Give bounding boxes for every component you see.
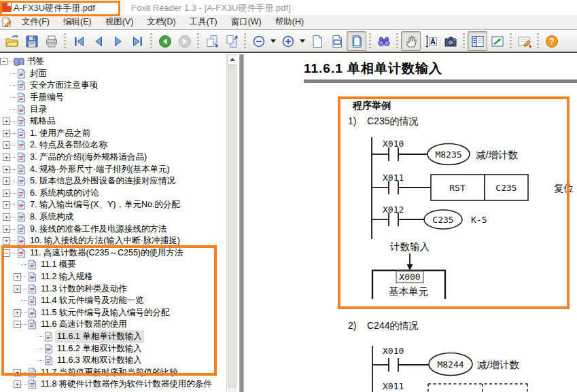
zoom-out-dropdown[interactable] [268,32,278,50]
expand-icon[interactable]: + [14,273,21,281]
first-page-button[interactable] [69,31,88,51]
bookmark-item[interactable]: +8. 系统构成 [0,211,226,224]
go-forward-button[interactable] [175,31,194,51]
bookmark-item[interactable]: +11.5 软元件编号及输入编号的分配 [0,306,226,319]
bookmark-label[interactable]: 11.1 概要 [39,258,78,271]
collapse-icon[interactable]: − [14,321,21,328]
bookmark-item[interactable]: 11.6.1 单相单计数输入 [0,331,226,343]
bookmark-item[interactable]: +10. 输入接线的方法(输入中断·脉冲捕捉) [0,235,226,247]
bookmark-item[interactable]: 目录 [0,103,226,115]
hand-tool-button[interactable] [401,31,421,51]
bookmark-label[interactable]: 规格品 [28,115,58,128]
bookmark-item[interactable]: 手册编号 [0,92,226,104]
bookmark-item[interactable]: 封面 [0,68,226,80]
expand-icon[interactable]: + [3,190,10,197]
bookmark-label[interactable]: 封面 [28,67,49,80]
help-button[interactable]: ? [542,31,561,51]
find-button[interactable] [374,31,394,51]
bookmark-item[interactable]: +3. 产品的介绍(海外规格适合品) [0,152,226,164]
go-back-button[interactable] [155,31,175,51]
bookmarks-panel-button[interactable] [468,31,487,51]
bookmark-label[interactable]: 11.3 计数的种类及动作 [39,283,129,296]
bookmark-label[interactable]: 11. 高速计数器(C235～C255)的使用方法 [28,247,186,260]
fit-width-button[interactable] [327,31,347,51]
open-link-button[interactable] [487,31,507,51]
bookmark-label[interactable]: 6. 系统构成的讨论 [28,187,101,200]
bookmarks-scrollbar[interactable] [226,54,237,392]
bookmark-item[interactable]: −11.6 高速计数器的使用 [0,319,226,331]
bookmark-item[interactable]: +规格品 [0,115,226,128]
expand-icon[interactable]: + [3,237,10,245]
bookmark-label[interactable]: 11.7 当前值更新时序和当前值的比较 [39,366,180,379]
bookmark-item[interactable]: 11.6.3 双相双计数输入 [0,355,226,367]
bookmark-item[interactable]: −书签 [0,56,226,68]
bookmark-label[interactable]: 安全方面注意事项 [28,79,100,92]
bookmark-item[interactable]: +4. 规格·外形尺寸·端子排列(基本单元) [0,163,226,175]
bookmark-label[interactable]: 11.6.2 单相双计数输入 [55,342,144,355]
menu-help[interactable]: 帮助(H) [268,15,311,29]
expand-icon[interactable]: + [3,141,10,149]
print-button[interactable] [41,31,61,51]
bookmark-label[interactable]: 2. 特点及各部位名称 [28,139,109,152]
expand-icon[interactable]: + [3,213,10,221]
zoom-in-dropdown[interactable] [298,32,307,50]
bookmark-label[interactable]: 8. 系统构成 [28,211,75,224]
expand-icon[interactable]: + [3,226,10,233]
snapshot-button[interactable] [440,31,460,51]
note-tool-button[interactable] [514,31,534,51]
bookmark-label[interactable]: 7. 输入输出编号(X、Y)，单元No.的分配 [28,198,182,211]
previous-view-button[interactable] [202,31,222,51]
menu-document[interactable]: 文档(D) [140,15,182,29]
bookmark-item[interactable]: +11.7 当前值更新时序和当前值的比较 [0,366,226,378]
menu-window[interactable]: 窗口(W) [224,15,268,29]
bookmark-item[interactable]: 安全方面注意事项 [0,79,226,92]
bookmark-label[interactable]: 11.6.1 单相单计数输入 [55,330,144,343]
child-window-icon[interactable] [1,17,12,28]
expand-icon[interactable]: + [14,285,21,293]
bookmark-item[interactable]: +11.8 将硬件计数器作为软件计数器使用的条件 [0,378,226,391]
bookmark-label[interactable]: 11.8 将硬件计数器作为软件计数器使用的条件 [39,378,214,391]
expand-icon[interactable]: + [3,166,10,173]
collapse-icon[interactable]: − [0,58,7,65]
bookmark-item[interactable]: +2. 特点及各部位名称 [0,139,226,152]
scrollbar-thumb[interactable] [228,65,237,387]
open-button[interactable] [2,31,22,51]
expand-icon[interactable]: + [3,177,10,185]
actual-size-button[interactable] [307,31,327,51]
bookmark-label[interactable]: 11.6 高速计数器的使用 [39,318,129,331]
menu-edit[interactable]: 编辑(E) [56,15,99,29]
bookmark-item[interactable]: +11.2 输入规格 [0,271,226,283]
previous-page-button[interactable] [88,31,108,51]
expand-icon[interactable]: + [3,201,10,209]
last-page-button[interactable] [128,31,147,51]
select-text-button[interactable] [421,31,440,51]
bookmark-item[interactable]: 11.1 概要 [0,259,226,271]
bookmark-label[interactable]: 5. 版本信息及外围设备的连接对应情况 [28,175,177,188]
panel-splitter[interactable] [237,54,246,392]
bookmark-label[interactable]: 3. 产品的介绍(海外规格适合品) [28,151,149,164]
bookmark-label[interactable]: 手册编号 [28,91,66,104]
menu-tools[interactable]: 工具(T) [183,15,224,29]
bookmark-label[interactable]: 9. 接线的准备工作及电源接线的方法 [28,223,169,236]
document-tab[interactable]: A-FX3U硬件手册.pdf [14,2,95,14]
zoom-out-button[interactable] [249,31,268,51]
expand-icon[interactable]: + [14,369,21,376]
bookmark-item[interactable]: +5. 版本信息及外围设备的连接对应情况 [0,175,226,188]
bookmark-item[interactable]: 11.6.2 单相双计数输入 [0,342,226,355]
bookmark-label[interactable]: 11.2 输入规格 [39,270,95,283]
bookmark-item[interactable]: 11.4 软元件编号及功能一览 [0,295,226,307]
save-button[interactable] [22,31,41,51]
bookmark-label[interactable]: 10. 输入接线的方法(输入中断·脉冲捕捉) [28,234,182,247]
fit-page-button[interactable] [347,31,366,51]
bookmark-label[interactable]: 11.4 软元件编号及功能一览 [39,294,146,307]
bookmark-label[interactable]: 11.5 软元件编号及输入编号的分配 [39,306,171,319]
expand-icon[interactable]: + [3,154,10,161]
expand-icon[interactable]: + [14,380,21,388]
menu-file[interactable]: 文件(F) [15,15,56,29]
bookmark-item[interactable]: +11.3 计数的种类及动作 [0,283,226,295]
bookmark-label[interactable]: 11.6.3 双相双计数输入 [55,354,144,367]
next-page-button[interactable] [108,31,128,51]
zoom-in-button[interactable] [278,31,298,51]
bookmark-label[interactable]: 目录 [28,103,49,116]
bookmark-item[interactable]: +1. 使用产品之前 [0,128,226,140]
